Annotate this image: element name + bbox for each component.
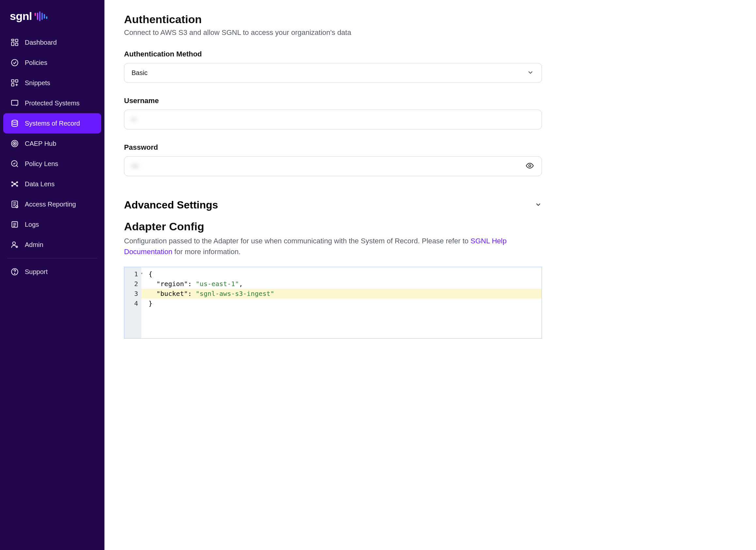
sidebar-item-label: Snippets — [25, 79, 50, 87]
target-icon — [10, 139, 19, 148]
svg-point-25 — [14, 274, 15, 274]
sidebar-item-label: Admin — [25, 241, 43, 249]
logo-text: sgnl — [10, 10, 32, 23]
username-label: Username — [124, 97, 542, 105]
sidebar-item-label: Policies — [25, 59, 47, 67]
code-gutter: 1 2 3 4 — [124, 267, 141, 338]
main-content: Authentication Connect to AWS S3 and all… — [104, 0, 561, 550]
nav-secondary: Support — [3, 262, 101, 282]
sidebar-item-protected-systems[interactable]: Protected Systems — [3, 93, 101, 113]
sidebar: sgnl Dashboard Policies Snippets Protect… — [0, 0, 104, 550]
check-search-icon — [10, 160, 19, 168]
sidebar-item-label: CAEP Hub — [25, 140, 56, 148]
password-label: Password — [124, 143, 542, 152]
database-icon — [10, 119, 19, 128]
svg-point-23 — [16, 246, 17, 247]
svg-point-22 — [13, 242, 16, 245]
svg-point-20 — [16, 206, 18, 208]
svg-point-26 — [529, 165, 531, 167]
list-icon — [10, 220, 19, 229]
sidebar-item-systems-of-record[interactable]: Systems of Record — [3, 113, 101, 134]
advanced-settings-toggle[interactable]: Advanced Settings — [124, 199, 542, 211]
sidebar-item-label: Policy Lens — [25, 160, 58, 168]
code-line-2: "region": "us-east-1", — [149, 279, 538, 289]
code-body[interactable]: { "region": "us-east-1", "bucket": "sgnl… — [141, 267, 542, 338]
line-number: 3 — [134, 289, 138, 298]
sidebar-item-logs[interactable]: Logs — [3, 214, 101, 235]
username-input[interactable]: •• — [124, 110, 542, 130]
sidebar-item-label: Logs — [25, 221, 39, 228]
adapter-desc: Configuration passed to the Adapter for … — [124, 236, 542, 257]
svg-rect-2 — [11, 42, 14, 46]
shield-box-icon — [10, 99, 19, 107]
svg-rect-3 — [15, 43, 18, 46]
chevron-down-icon — [535, 201, 542, 210]
code-line-4: } — [149, 298, 538, 308]
adapter-desc-prefix: Configuration passed to the Adapter for … — [124, 237, 470, 245]
sidebar-item-label: Systems of Record — [25, 120, 80, 127]
sidebar-item-access-reporting[interactable]: Access Reporting — [3, 194, 101, 214]
svg-point-11 — [13, 142, 17, 146]
password-input[interactable]: ••• — [124, 156, 542, 176]
sidebar-item-label: Data Lens — [25, 181, 55, 188]
svg-point-12 — [14, 143, 15, 144]
sidebar-item-label: Dashboard — [25, 39, 57, 46]
adapter-desc-suffix: for more information. — [172, 248, 241, 256]
username-field-wrap: •• — [124, 110, 542, 130]
svg-point-4 — [11, 59, 18, 66]
auth-title: Authentication — [124, 13, 542, 26]
sidebar-item-label: Protected Systems — [25, 100, 80, 107]
username-masked-value: •• — [132, 116, 136, 123]
sidebar-item-support[interactable]: Support — [3, 262, 101, 282]
network-icon — [10, 180, 19, 188]
svg-rect-0 — [11, 39, 14, 40]
nav-divider — [7, 258, 97, 259]
sidebar-item-caep-hub[interactable]: CAEP Hub — [3, 134, 101, 154]
sidebar-item-label: Access Reporting — [25, 201, 76, 208]
sidebar-item-policies[interactable]: Policies — [3, 53, 101, 73]
adapter-config-editor[interactable]: 1 2 3 4 { "region": "us-east-1", "bucket… — [124, 267, 542, 338]
svg-rect-6 — [15, 80, 18, 82]
line-number: 4 — [134, 298, 138, 308]
password-masked-value: ••• — [132, 163, 138, 170]
help-icon — [10, 268, 19, 276]
user-admin-icon — [10, 241, 19, 249]
logo[interactable]: sgnl — [3, 7, 101, 32]
eye-icon[interactable] — [526, 162, 534, 171]
password-field-wrap: ••• — [124, 156, 542, 176]
grid-add-icon — [10, 79, 19, 87]
auth-method-select-wrap: Basic — [124, 63, 542, 83]
adapter-title: Adapter Config — [124, 220, 542, 233]
line-number: 2 — [134, 279, 138, 289]
auth-method-select[interactable]: Basic — [124, 63, 542, 83]
sidebar-item-snippets[interactable]: Snippets — [3, 73, 101, 93]
sidebar-item-admin[interactable]: Admin — [3, 235, 101, 255]
sidebar-item-dashboard[interactable]: Dashboard — [3, 32, 101, 53]
check-circle-icon — [10, 58, 19, 67]
svg-rect-8 — [11, 100, 18, 105]
auth-method-label: Authentication Method — [124, 50, 542, 58]
code-line-1: { — [149, 269, 538, 279]
auth-subtitle: Connect to AWS S3 and allow SGNL to acce… — [124, 28, 542, 37]
svg-rect-5 — [11, 80, 14, 82]
sidebar-item-policy-lens[interactable]: Policy Lens — [3, 154, 101, 174]
sidebar-item-label: Support — [25, 268, 48, 275]
sidebar-item-data-lens[interactable]: Data Lens — [3, 174, 101, 194]
svg-point-9 — [12, 120, 17, 122]
advanced-title: Advanced Settings — [124, 199, 218, 211]
code-line-3: "bucket": "sgnl-aws-s3-ingest" — [141, 289, 542, 298]
nav: Dashboard Policies Snippets Protected Sy… — [3, 32, 101, 255]
svg-rect-1 — [15, 39, 18, 42]
auth-method-value: Basic — [132, 69, 148, 76]
svg-point-10 — [11, 140, 18, 147]
report-icon — [10, 200, 19, 209]
logo-bars-icon — [35, 11, 47, 21]
svg-rect-7 — [11, 84, 14, 86]
grid-icon — [10, 38, 19, 47]
line-number: 1 — [134, 269, 138, 279]
